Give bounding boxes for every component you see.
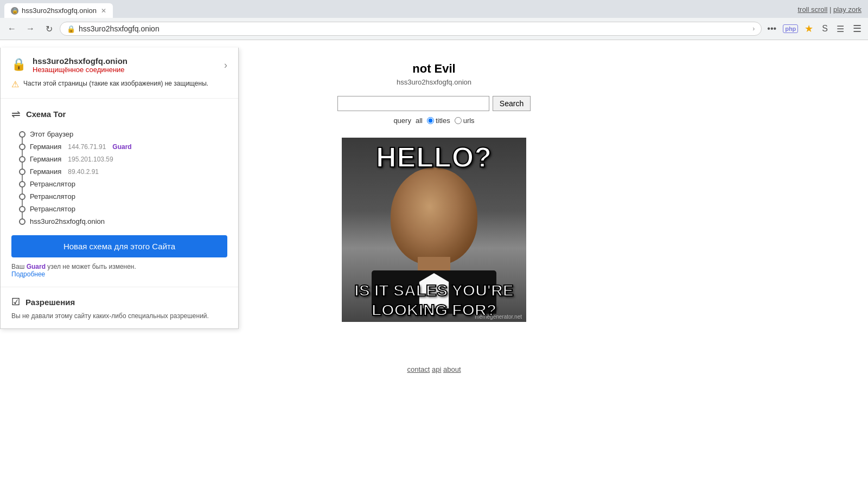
php-badge: php	[783, 24, 798, 33]
permissions-icon: ☑	[11, 296, 20, 308]
titles-radio[interactable]	[427, 117, 434, 124]
warning-row: ⚠ Части этой страницы (такие как изображ…	[11, 79, 227, 89]
tab-title: hss3uro2hsxfogfq.onion	[22, 7, 97, 15]
tor-nodes-list: Этот браузер Германия 144.76.71.91 Guard…	[11, 128, 227, 228]
tor-node-4: Ретранслятор	[19, 178, 227, 190]
account-button[interactable]: ☰	[834, 23, 846, 35]
node-ip-2: 195.201.103.59	[68, 156, 113, 163]
guard-note-guard: Guard	[27, 263, 46, 270]
tor-node-3: Германия 89.40.2.91	[19, 165, 227, 178]
permissions-title: Разрешения	[25, 298, 75, 307]
top-right-links: troll scroll | play zork	[797, 5, 861, 14]
search-form: Search	[337, 96, 531, 111]
bookmark-button[interactable]: ★	[802, 22, 815, 36]
address-bar[interactable]: 🔒 hss3uro2hsxfogfq.onion ›	[60, 22, 762, 36]
security-panel: 🔒 hss3uro2hsxfogfq.onion Незащищённое со…	[0, 48, 239, 329]
back-button[interactable]: ←	[4, 21, 20, 36]
node-ip-1: 144.76.71.91	[68, 143, 106, 151]
browser-chrome: 🔒 hss3uro2hsxfogfq.onion ✕ ← → ↻ 🔒 hss3u…	[0, 0, 868, 40]
panel-chevron-right-icon[interactable]: ›	[224, 60, 227, 71]
node-label-4: Ретранслятор	[30, 180, 75, 188]
tor-node-5: Ретранслятор	[19, 190, 227, 203]
warning-text: Части этой страницы (такие как изображен…	[23, 79, 208, 88]
tor-node-7: hss3uro2hsxfogfq.onion	[19, 215, 227, 228]
overflow-menu-button[interactable]: •••	[765, 23, 778, 35]
tor-share-icon: ⇌	[11, 107, 21, 120]
site-info-section: 🔒 hss3uro2hsxfogfq.onion Незащищённое со…	[1, 48, 238, 99]
hamburger-menu-button[interactable]: ☰	[851, 22, 864, 36]
node-dot-7	[19, 218, 25, 225]
search-options: query all titles urls	[393, 117, 474, 125]
footer-links: contact api about	[407, 365, 461, 373]
toolbar-right: ••• php ★ S ☰ ☰	[765, 22, 864, 36]
permissions-header: ☑ Разрешения	[11, 296, 227, 308]
titles-radio-label[interactable]: titles	[427, 117, 450, 125]
tab-favicon: 🔒	[11, 7, 18, 15]
tor-schema-section: ⇌ Схема Tor Этот браузер Германия 144.76…	[1, 99, 238, 287]
site-domain: hss3uro2hsxfogfq.onion	[397, 78, 471, 86]
sync-button[interactable]: S	[820, 23, 830, 35]
urls-radio-label[interactable]: urls	[455, 117, 475, 125]
separator: |	[829, 5, 833, 14]
site-lock-icon: 🔒	[11, 57, 26, 72]
warning-icon: ⚠	[11, 79, 19, 89]
node-label-5: Ретранслятор	[30, 192, 75, 201]
node-dot-6	[19, 206, 25, 212]
node-dot-4	[19, 181, 25, 188]
lock-icon: 🔒	[67, 25, 75, 33]
urls-label: urls	[463, 117, 475, 125]
search-input[interactable]	[337, 96, 489, 111]
meme-watermark: memegenerator.net	[475, 314, 522, 320]
tor-node-0: Этот браузер	[19, 128, 227, 140]
search-button[interactable]: Search	[493, 96, 531, 111]
node-label-1: Германия	[30, 143, 61, 151]
active-tab[interactable]: 🔒 hss3uro2hsxfogfq.onion ✕	[4, 3, 113, 18]
node-dot-1	[19, 144, 25, 150]
play-zork-link[interactable]: play zork	[833, 5, 861, 14]
tab-bar: 🔒 hss3uro2hsxfogfq.onion ✕	[0, 0, 868, 18]
node-dot-5	[19, 193, 25, 200]
node-label-7: hss3uro2hsxfogfq.onion	[30, 217, 105, 225]
tor-node-2: Германия 195.201.103.59	[19, 153, 227, 165]
api-link[interactable]: api	[432, 365, 441, 373]
tor-node-1: Германия 144.76.71.91 Guard	[19, 140, 227, 153]
all-label: all	[416, 117, 423, 125]
troll-scroll-link[interactable]: troll scroll	[797, 5, 827, 14]
address-text: hss3uro2hsxfogfq.onion	[79, 24, 749, 33]
tab-close-button[interactable]: ✕	[101, 7, 106, 15]
more-link[interactable]: Подробнее	[11, 270, 45, 278]
meme-image: HELLO? IS IT SALES YOU'RE LOOKING FOR? m…	[342, 138, 526, 322]
meme-face-area	[372, 167, 496, 292]
urls-radio[interactable]	[455, 117, 462, 124]
face-head	[391, 167, 477, 265]
query-label: query	[393, 117, 411, 125]
node-label-3: Германия	[30, 167, 61, 176]
guard-note-prefix: Ваш	[11, 263, 27, 270]
node-guard-badge-1: Guard	[112, 143, 131, 151]
node-dot-2	[19, 156, 25, 163]
refresh-button[interactable]: ↻	[41, 21, 56, 36]
tor-schema-header: ⇌ Схема Tor	[11, 107, 227, 120]
meme-top-text: HELLO?	[376, 138, 492, 171]
about-link[interactable]: about	[443, 365, 461, 373]
node-dot-0	[19, 131, 25, 138]
address-chevron-icon: ›	[752, 25, 755, 33]
permissions-section: ☑ Разрешения Вы не давали этому сайту ка…	[1, 287, 238, 328]
tor-title: Схема Tor	[26, 109, 66, 119]
site-info-header: 🔒 hss3uro2hsxfogfq.onion Незащищённое со…	[11, 56, 227, 74]
tor-node-6: Ретранслятор	[19, 203, 227, 215]
site-name: hss3uro2hsxfogfq.onion	[33, 56, 127, 66]
browser-toolbar: ← → ↻ 🔒 hss3uro2hsxfogfq.onion › ••• php…	[0, 18, 868, 40]
node-label-2: Германия	[30, 155, 61, 163]
node-dot-3	[19, 169, 25, 175]
guard-note: Ваш Guard узел не может быть изменен. По…	[11, 263, 227, 278]
site-info-text: hss3uro2hsxfogfq.onion Незащищённое соед…	[33, 56, 127, 74]
new-circuit-button[interactable]: Новая схема для этого Сайта	[11, 235, 227, 257]
contact-link[interactable]: contact	[407, 365, 430, 373]
forward-button[interactable]: →	[23, 21, 38, 36]
site-title: not Evil	[412, 62, 455, 76]
node-label-6: Ретранслятор	[30, 205, 75, 213]
browser-window: 🔒 hss3uro2hsxfogfq.onion ✕ ← → ↻ 🔒 hss3u…	[0, 0, 868, 478]
node-label-0: Этот браузер	[30, 130, 73, 138]
permissions-desc: Вы не давали этому сайту каких-либо спец…	[11, 312, 227, 320]
